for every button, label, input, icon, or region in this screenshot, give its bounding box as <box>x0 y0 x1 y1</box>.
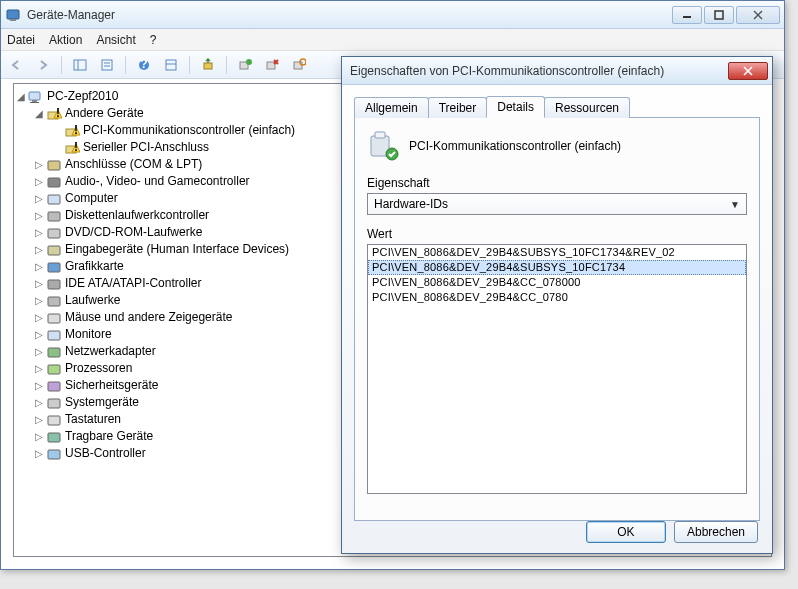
expand-icon[interactable]: ▷ <box>32 309 46 326</box>
expand-icon[interactable]: ▷ <box>32 207 46 224</box>
maximize-button[interactable] <box>704 6 734 24</box>
app-icon <box>5 7 21 23</box>
back-button[interactable] <box>5 54 27 76</box>
expand-icon[interactable]: ▷ <box>32 445 46 462</box>
tree-icon <box>46 191 62 207</box>
tree-icon <box>46 361 62 377</box>
svg-text:?: ? <box>140 58 147 71</box>
menu-view[interactable]: Ansicht <box>96 33 135 47</box>
svg-rect-8 <box>102 60 112 70</box>
svg-rect-49 <box>48 382 60 391</box>
tree-label: DVD/CD-ROM-Laufwerke <box>65 224 202 241</box>
help-button[interactable]: ? <box>133 54 155 76</box>
svg-rect-53 <box>48 450 60 459</box>
tab-driver[interactable]: Treiber <box>428 97 488 118</box>
expand-icon[interactable]: ▷ <box>32 275 46 292</box>
enable-device-button[interactable] <box>234 54 256 76</box>
tree-icon <box>46 378 62 394</box>
tree-icon: ! <box>64 140 80 156</box>
tree-label: Eingabegeräte (Human Interface Devices) <box>65 241 289 258</box>
property-label: Eigenschaft <box>367 176 747 190</box>
svg-rect-46 <box>48 331 60 340</box>
tab-general[interactable]: Allgemein <box>354 97 429 118</box>
expand-icon[interactable]: ▷ <box>32 360 46 377</box>
expand-icon[interactable]: ▷ <box>32 190 46 207</box>
dialog-titlebar[interactable]: Eigenschaften von PCI-Kommunikationscont… <box>342 57 772 85</box>
tree-label: PC-Zepf2010 <box>47 88 118 105</box>
hardware-id-row[interactable]: PCI\VEN_8086&DEV_29B4&SUBSYS_10FC1734&RE… <box>368 245 746 260</box>
menu-help[interactable]: ? <box>150 33 157 47</box>
expand-icon[interactable]: ▷ <box>32 156 46 173</box>
device-icon <box>367 130 399 162</box>
svg-rect-57 <box>375 132 385 138</box>
hardware-id-row[interactable]: PCI\VEN_8086&DEV_29B4&CC_0780 <box>368 290 746 305</box>
property-combo[interactable]: Hardware-IDs ▼ <box>367 193 747 215</box>
svg-text:!: ! <box>74 123 78 137</box>
svg-text:!: ! <box>56 106 60 120</box>
expand-icon[interactable]: ▷ <box>32 173 46 190</box>
menu-action[interactable]: Aktion <box>49 33 82 47</box>
hardware-id-row[interactable]: PCI\VEN_8086&DEV_29B4&CC_078000 <box>368 275 746 290</box>
tab-resources[interactable]: Ressourcen <box>544 97 630 118</box>
expand-icon[interactable]: ▷ <box>32 377 46 394</box>
main-titlebar[interactable]: Geräte-Manager <box>1 1 784 29</box>
value-label: Wert <box>367 227 747 241</box>
details-panel: PCI-Kommunikationscontroller (einfach) E… <box>354 117 760 521</box>
svg-text:!: ! <box>74 140 78 154</box>
uninstall-device-button[interactable] <box>261 54 283 76</box>
tree-icon <box>46 344 62 360</box>
tree-icon <box>46 327 62 343</box>
svg-rect-50 <box>48 399 60 408</box>
tree-icon <box>46 259 62 275</box>
tree-label: Laufwerke <box>65 292 120 309</box>
view-button[interactable] <box>160 54 182 76</box>
tree-label: Sicherheitsgeräte <box>65 377 158 394</box>
update-driver-button[interactable] <box>197 54 219 76</box>
tree-label: Netzwerkadapter <box>65 343 156 360</box>
expand-icon[interactable]: ▷ <box>32 224 46 241</box>
tree-label: PCI-Kommunikationscontroller (einfach) <box>83 122 295 139</box>
svg-rect-47 <box>48 348 60 357</box>
expand-icon[interactable]: ▷ <box>32 258 46 275</box>
tabstrip: Allgemein Treiber Details Ressourcen <box>354 93 760 117</box>
close-button[interactable] <box>736 6 780 24</box>
svg-rect-13 <box>166 60 176 70</box>
hardware-id-row[interactable]: PCI\VEN_8086&DEV_29B4&SUBSYS_10FC1734 <box>368 260 746 275</box>
cancel-button[interactable]: Abbrechen <box>674 521 758 543</box>
properties-button[interactable] <box>96 54 118 76</box>
expand-icon[interactable]: ◢ <box>32 105 46 122</box>
expand-icon[interactable]: ▷ <box>32 241 46 258</box>
tree-icon <box>46 293 62 309</box>
expand-icon[interactable]: ▷ <box>32 428 46 445</box>
svg-line-23 <box>305 64 306 65</box>
expand-icon[interactable]: ▷ <box>32 326 46 343</box>
forward-button[interactable] <box>32 54 54 76</box>
scan-hardware-button[interactable] <box>288 54 310 76</box>
minimize-button[interactable] <box>672 6 702 24</box>
expand-icon[interactable]: ▷ <box>32 292 46 309</box>
property-combo-value: Hardware-IDs <box>374 197 448 211</box>
tree-label: Andere Geräte <box>65 105 144 122</box>
svg-rect-37 <box>48 178 60 187</box>
tree-icon: ! <box>46 106 62 122</box>
menu-file[interactable]: Datei <box>7 33 35 47</box>
tree-label: Anschlüsse (COM & LPT) <box>65 156 202 173</box>
tree-icon <box>46 310 62 326</box>
svg-rect-41 <box>48 246 60 255</box>
expand-icon[interactable]: ▷ <box>32 343 46 360</box>
expand-icon[interactable]: ◢ <box>14 88 28 105</box>
tree-icon <box>46 395 62 411</box>
tree-label: Computer <box>65 190 118 207</box>
tree-label: Diskettenlaufwerkcontroller <box>65 207 209 224</box>
ok-button[interactable]: OK <box>586 521 666 543</box>
value-listbox[interactable]: PCI\VEN_8086&DEV_29B4&SUBSYS_10FC1734&RE… <box>367 244 747 494</box>
tab-details[interactable]: Details <box>486 96 545 118</box>
show-hide-tree-button[interactable] <box>69 54 91 76</box>
dialog-close-button[interactable] <box>728 62 768 80</box>
svg-rect-0 <box>7 10 19 19</box>
tree-label: Systemgeräte <box>65 394 139 411</box>
svg-rect-38 <box>48 195 60 204</box>
tree-icon <box>46 429 62 445</box>
expand-icon[interactable]: ▷ <box>32 394 46 411</box>
expand-icon[interactable]: ▷ <box>32 411 46 428</box>
